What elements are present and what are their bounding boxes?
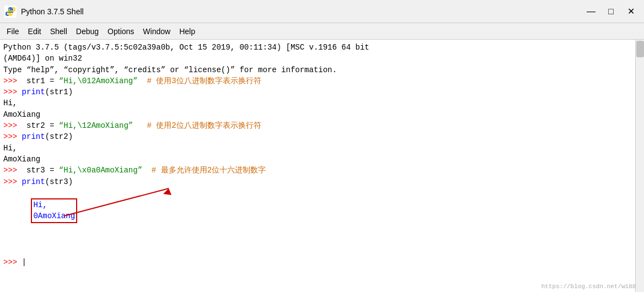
output-hi-3: Hi,0AmoXiang [3, 187, 641, 257]
banner-line-3: Type “help”, “copyright”, “credits” or “… [3, 64, 641, 75]
python-icon [4, 6, 17, 18]
output-amoxiang-1: AmoXiang [3, 109, 641, 120]
title-bar: Python 3.7.5 Shell — □ ✕ [0, 0, 644, 23]
output-hi-1: Hi, [3, 98, 641, 109]
menu-shell[interactable]: Shell [46, 25, 72, 37]
output-amoxiang-2: AmoXiang [3, 154, 641, 165]
code-line-print1: >>> print(str1) [3, 86, 641, 98]
banner-line-2: (AMD64)] on win32 [3, 53, 641, 64]
menu-bar: File Edit Shell Debug Options Window Hel… [0, 23, 644, 40]
menu-edit[interactable]: Edit [24, 25, 46, 37]
shell-content[interactable]: Python 3.7.5 (tags/v3.7.5:5c02a39a0b, Oc… [0, 40, 644, 292]
shell-wrapper: Python 3.7.5 (tags/v3.7.5:5c02a39a0b, Oc… [0, 40, 644, 292]
menu-options[interactable]: Options [103, 25, 138, 37]
close-button[interactable]: ✕ [622, 4, 640, 19]
output-hi-2: Hi, [3, 143, 641, 154]
svg-line-3 [64, 188, 169, 216]
scrollbar[interactable] [635, 40, 644, 292]
prompt-line: >>> | [3, 257, 641, 268]
banner-line-1: Python 3.7.5 (tags/v3.7.5:5c02a39a0b, Oc… [3, 42, 641, 53]
menu-help[interactable]: Help [175, 25, 200, 37]
code-line-print2: >>> print(str2) [3, 131, 641, 142]
maximize-button[interactable]: □ [602, 4, 620, 19]
window-controls: — □ ✕ [582, 4, 640, 19]
watermark: https://blog.csdn.net/w1880 [541, 283, 640, 290]
code-line-str2: >>> str2 = “Hi,\12AmoXiang” # 使用2位八进制数字表… [3, 120, 641, 131]
menu-debug[interactable]: Debug [72, 25, 103, 37]
menu-window[interactable]: Window [138, 25, 175, 37]
svg-point-2 [11, 13, 12, 14]
svg-point-1 [9, 9, 10, 10]
minimize-button[interactable]: — [582, 4, 600, 19]
menu-file[interactable]: File [2, 25, 24, 37]
annotation-arrow [58, 183, 191, 221]
window-title: Python 3.7.5 Shell [21, 7, 84, 16]
code-line-str1: >>> str1 = “Hi,\012AmoXiang” # 使用3位八进制数字… [3, 75, 641, 86]
title-bar-left: Python 3.7.5 Shell [4, 6, 84, 18]
code-line-str3: >>> str3 = “Hi,\x0a0AmoXiang” # 最多允许使用2位… [3, 165, 641, 176]
